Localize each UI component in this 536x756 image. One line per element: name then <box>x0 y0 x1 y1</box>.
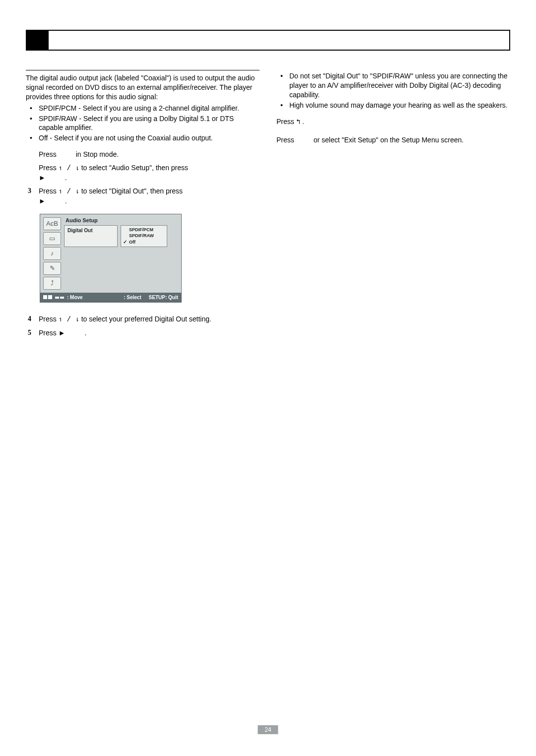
header-bar <box>26 30 510 51</box>
menu-icon-audio: ♪ <box>43 247 61 260</box>
left-column: The digital audio output jack (labeled "… <box>26 64 260 341</box>
step-text: Press ↿ / ⇂ to select "Digital Out", the… <box>39 187 183 205</box>
menu-footer-hints: : Move : Select SETUP: Quit <box>40 293 181 302</box>
digital-out-options-list: SPDIF/PCM - Select if you are using a 2-… <box>26 104 260 143</box>
step-text: Press in Stop mode. <box>39 150 119 158</box>
step-5: 5 Press ► . <box>26 328 260 338</box>
hint-move: : Move <box>67 295 83 300</box>
step-text: Press ↿ / ⇂ to select "Audio Setup", the… <box>39 164 188 182</box>
step-number-4: 4 <box>28 315 31 324</box>
hint-quit: SETUP: Quit <box>149 295 178 300</box>
return-instruction: Press ↰ . <box>276 117 510 127</box>
menu-icon-exit: ⤴ <box>43 277 61 290</box>
section-underline <box>26 64 260 70</box>
right-column: Do not set "Digital Out" to "SPDIF/RAW" … <box>276 64 510 341</box>
note-spdif-raw: Do not set "Digital Out" to "SPDIF/RAW" … <box>276 71 510 100</box>
menu-title: Audio Setup <box>64 217 178 225</box>
step-text: Press ↿ / ⇂ to select your preferred Dig… <box>39 315 211 323</box>
hint-select: : Select <box>124 295 141 300</box>
page-number: 24 <box>258 725 278 734</box>
step-text: Press ► . <box>39 329 86 337</box>
menu-body: AcB ▭ ♪ ✎ ⤴ Audio Setup Digital Out SPDI… <box>40 214 181 293</box>
spacer <box>276 64 510 70</box>
notes-list: Do not set "Digital Out" to "SPDIF/RAW" … <box>276 71 510 110</box>
steps-list: Press in Stop mode. Press ↿ / ⇂ to selec… <box>26 150 260 205</box>
up-down-arrow-icon: ↿ / ⇂ <box>59 188 79 195</box>
option-spdif-pcm: SPDIF/PCM - Select if you are using a 2-… <box>26 104 260 113</box>
exit-instruction: Press or select "Exit Setup" on the Setu… <box>276 135 510 145</box>
menu-icon-column: AcB ▭ ♪ ✎ ⤴ <box>43 217 61 293</box>
play-right-icon: ► <box>39 197 46 205</box>
option-spdif-raw: SPDIF/RAW - Select if you are using a Do… <box>26 114 260 133</box>
step-number-3: 3 <box>28 187 31 196</box>
setup-button-label <box>296 136 312 144</box>
arrow-squares-icon <box>43 295 52 299</box>
steps-list-continued: 4 Press ↿ / ⇂ to select your preferred D… <box>26 315 260 338</box>
menu-row: Digital Out SPDIF/PCM SPDIF/RAW Off <box>64 225 178 247</box>
return-icon: ↰ <box>296 118 300 126</box>
menu-options-box: SPDIF/PCM SPDIF/RAW Off <box>121 225 167 247</box>
menu-setting-digital-out: Digital Out <box>64 225 118 247</box>
menu-option-spdif-pcm: SPDIF/PCM <box>123 227 165 233</box>
play-right-icon: ► <box>39 174 46 182</box>
header-black-box <box>27 31 49 50</box>
step-3: 3 Press ↿ / ⇂ to select "Digital Out", t… <box>26 187 260 206</box>
content-columns: The digital audio output jack (labeled "… <box>26 64 510 341</box>
step-2: Press ↿ / ⇂ to select "Audio Setup", the… <box>26 163 260 183</box>
step-4: 4 Press ↿ / ⇂ to select your preferred D… <box>26 315 260 324</box>
intro-paragraph: The digital audio output jack (labeled "… <box>26 73 260 102</box>
play-right-icon: ► <box>59 329 66 337</box>
audio-setup-menu-diagram: AcB ▭ ♪ ✎ ⤴ Audio Setup Digital Out SPDI… <box>40 214 182 303</box>
step-1: Press in Stop mode. <box>26 150 260 159</box>
arrow-dashes-icon <box>55 296 64 299</box>
menu-option-spdif-raw: SPDIF/RAW <box>123 233 165 239</box>
menu-option-off: Off <box>123 239 165 246</box>
menu-right-panel: Audio Setup Digital Out SPDIF/PCM SPDIF/… <box>64 217 178 293</box>
note-volume: High volume sound may damage your hearin… <box>276 101 510 110</box>
up-down-arrow-icon: ↿ / ⇂ <box>59 315 79 323</box>
step-number-5: 5 <box>28 328 31 338</box>
option-off: Off - Select if you are not using the Co… <box>26 133 260 143</box>
menu-icon-display: ▭ <box>43 232 61 245</box>
setup-button-label <box>59 150 74 158</box>
up-down-arrow-icon: ↿ / ⇂ <box>59 164 79 172</box>
menu-icon-custom: ✎ <box>43 262 61 275</box>
menu-icon-language: AcB <box>43 217 61 230</box>
